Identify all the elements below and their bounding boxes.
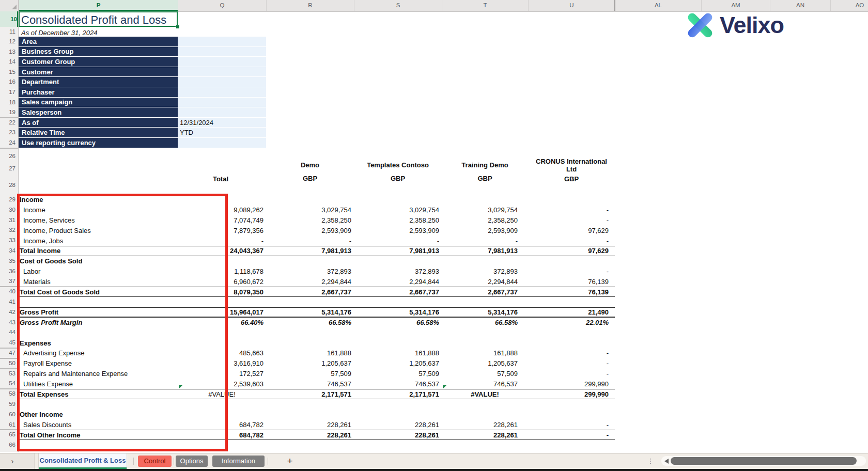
filter-label-customer[interactable]: Customer [19, 67, 178, 77]
row-header-22[interactable]: 22 [0, 118, 16, 128]
filter-value[interactable] [178, 67, 266, 77]
cell-value[interactable]: 66.58% [266, 318, 351, 328]
cell-value[interactable]: 299,990 [528, 389, 609, 399]
row-header-34[interactable]: 34 [0, 246, 16, 256]
column-header-S[interactable]: S [354, 0, 442, 11]
cell-value[interactable]: 228,261 [354, 430, 439, 439]
row-header-42[interactable]: 42 [0, 307, 16, 318]
cell-value[interactable]: 8,079,350 [178, 287, 264, 296]
cell-value[interactable]: 228,261 [266, 430, 351, 439]
cell-value[interactable]: 97,629 [528, 225, 609, 236]
row-header-30[interactable]: 30 [0, 205, 16, 215]
column-header-AO[interactable]: AO [830, 0, 868, 11]
cell-value[interactable]: 7,074,749 [178, 215, 264, 226]
cell-value[interactable]: - [528, 430, 609, 439]
cell-value[interactable]: 228,261 [266, 420, 351, 430]
report-subtitle-cell[interactable]: As of December 31, 2024 [21, 29, 97, 37]
row-label[interactable]: Repairs and Maintenance Expense [19, 369, 128, 379]
filter-value[interactable] [178, 47, 266, 57]
filter-label-area[interactable]: Area [19, 37, 178, 46]
horizontal-scrollbar-thumb[interactable] [671, 457, 857, 465]
tab-scroll-right-icon[interactable]: › [7, 453, 18, 469]
cell-value[interactable]: 22.01% [528, 318, 609, 328]
cell-value[interactable]: 2,171,571 [266, 389, 351, 399]
row-header-65[interactable]: 65 [0, 430, 16, 440]
row-header-16[interactable]: 16 [0, 77, 16, 87]
row-label[interactable]: Total Income [19, 246, 60, 256]
cell-value[interactable]: 2,667,737 [266, 287, 351, 296]
cell-value[interactable]: 76,139 [528, 287, 609, 296]
row-label[interactable]: Gross Profit Margin [19, 318, 82, 328]
cell-value[interactable]: 2,171,571 [354, 389, 439, 399]
tab-information[interactable]: Information [212, 456, 265, 467]
row-label[interactable]: Total Other Income [19, 430, 81, 439]
row-header-59[interactable]: 59 [0, 399, 16, 410]
cell-value[interactable]: 66.58% [354, 318, 439, 328]
row-header-32[interactable]: 32 [0, 225, 16, 236]
cell-value[interactable]: #VALUE! [442, 389, 528, 399]
cell-value[interactable]: 228,261 [354, 420, 439, 430]
cell-value[interactable]: 161,888 [266, 348, 351, 358]
filter-label-purchaser[interactable]: Purchaser [19, 87, 178, 97]
row-header-37[interactable]: 37 [0, 276, 16, 287]
row-label[interactable]: Income [19, 195, 43, 205]
filter-label-sales-campaign[interactable]: Sales campaign [19, 98, 178, 107]
row-label[interactable]: Other Income [19, 410, 63, 420]
filter-value[interactable] [178, 138, 266, 148]
cell-value[interactable]: 228,261 [442, 420, 518, 430]
cell-value[interactable]: 66.58% [442, 318, 518, 328]
cell-value[interactable]: 2,294,844 [442, 276, 518, 287]
cell-value[interactable]: 7,981,913 [442, 246, 518, 256]
cell-value[interactable]: 746,537 [354, 379, 439, 389]
cell-value[interactable]: 172,527 [178, 369, 264, 379]
cell-value[interactable]: - [528, 215, 609, 226]
cell-value[interactable]: - [528, 266, 609, 277]
row-header-28[interactable]: 28 [0, 176, 16, 195]
filter-label-relative-time[interactable]: Relative Time [19, 128, 178, 137]
add-sheet-button[interactable]: + [283, 453, 297, 469]
column-header-training-demo[interactable]: Training Demo GBP [442, 161, 528, 182]
column-header-total[interactable]: Total [178, 175, 264, 183]
cell-value[interactable]: 2,667,737 [354, 287, 439, 296]
row-header-23[interactable]: 23 [0, 128, 16, 138]
row-label[interactable]: Total Expenses [19, 389, 68, 399]
row-label[interactable]: Labor [19, 266, 40, 277]
row-header-19[interactable]: 19 [0, 107, 16, 118]
filter-label-use-reporting-currency[interactable]: Use reporting currency [19, 138, 178, 148]
column-header-P[interactable]: P [19, 0, 178, 11]
row-header-45[interactable]: 45 [0, 338, 16, 348]
filter-value[interactable] [178, 87, 266, 97]
row-header-11[interactable]: 11 [0, 27, 16, 37]
cell-value[interactable]: 57,509 [354, 369, 439, 379]
row-label[interactable]: Materials [19, 276, 51, 287]
row-header-50[interactable]: 50 [0, 358, 16, 369]
row-header-26[interactable]: 26 [0, 151, 16, 161]
cell-value[interactable]: - [354, 236, 439, 246]
row-header-53[interactable]: 53 [0, 369, 16, 379]
cell-value[interactable]: 2,593,909 [442, 225, 518, 236]
row-header-43[interactable]: 43 [0, 318, 16, 328]
tab-options[interactable]: Options [176, 456, 208, 467]
cell-value[interactable]: 2,294,844 [266, 276, 351, 287]
cell-value[interactable]: 2,667,737 [442, 287, 518, 296]
cell-value[interactable]: 97,629 [528, 246, 609, 256]
row-label[interactable]: Income, Jobs [19, 236, 63, 246]
cell-value[interactable]: 2,294,844 [354, 276, 439, 287]
cell-value[interactable]: 2,358,250 [354, 215, 439, 226]
filter-label-customer-group[interactable]: Customer Group [19, 57, 178, 67]
row-header-61[interactable]: 61 [0, 420, 16, 430]
cell-value[interactable]: 1,118,678 [178, 266, 264, 277]
row-header-27[interactable]: 27 [0, 161, 16, 176]
tab-consolidated-profit-loss[interactable]: Consolidated Profit & Loss [38, 453, 127, 469]
cell-value[interactable]: 2,593,909 [354, 225, 439, 236]
row-header-18[interactable]: 18 [0, 98, 16, 108]
cell-value[interactable]: 746,537 [266, 379, 351, 389]
cell-value[interactable]: - [266, 236, 351, 246]
cell-value[interactable]: - [442, 236, 518, 246]
cell-value[interactable]: 1,205,637 [266, 358, 351, 369]
row-header-54[interactable]: 54 [0, 379, 16, 389]
column-header-U[interactable]: U [528, 0, 615, 11]
cell-value[interactable]: 485,663 [178, 348, 264, 358]
cell-value[interactable]: 372,893 [442, 266, 518, 277]
cell-value[interactable]: - [528, 348, 609, 358]
